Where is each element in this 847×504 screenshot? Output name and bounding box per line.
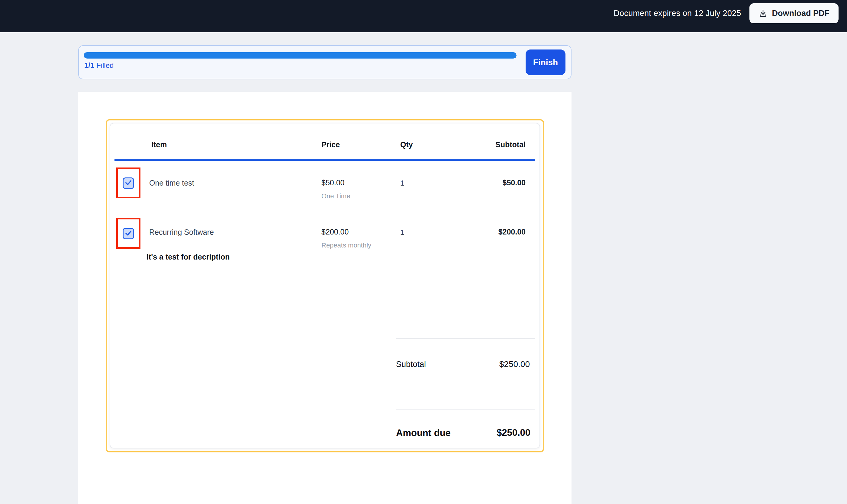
amount-due-divider bbox=[396, 409, 535, 410]
item-billing-note: One Time bbox=[322, 192, 350, 200]
item-qty: 1 bbox=[400, 179, 404, 187]
download-icon bbox=[759, 9, 767, 18]
progress-bar-fill bbox=[84, 52, 517, 58]
document-expiry-text: Document expires on 12 July 2025 bbox=[613, 9, 741, 18]
item-price: $50.00 bbox=[322, 178, 344, 187]
progress-card: 1/1 Filled Finish bbox=[78, 45, 571, 79]
checkmark-icon bbox=[124, 178, 133, 188]
item-checkbox[interactable] bbox=[123, 178, 134, 189]
pricing-table-card: Item Price Qty Subtotal One time test $5… bbox=[110, 123, 540, 448]
download-pdf-label: Download PDF bbox=[772, 9, 830, 18]
subtotal-value: $250.00 bbox=[499, 359, 530, 369]
progress-bar bbox=[84, 52, 517, 58]
checkmark-icon bbox=[124, 229, 133, 238]
subtotal-label: Subtotal bbox=[396, 360, 426, 369]
fields-filled-count: 1/1 bbox=[84, 61, 94, 69]
item-qty: 1 bbox=[400, 228, 404, 237]
column-header-qty: Qty bbox=[400, 140, 413, 149]
column-header-item: Item bbox=[151, 140, 167, 149]
fields-filled-text: Filled bbox=[97, 61, 114, 69]
column-header-price: Price bbox=[322, 140, 340, 149]
amount-due-label: Amount due bbox=[396, 428, 451, 438]
document-page: Item Price Qty Subtotal One time test $5… bbox=[78, 92, 571, 504]
item-subtotal: $50.00 bbox=[503, 178, 525, 187]
item-billing-note: Repeats monthly bbox=[322, 241, 371, 249]
finish-button[interactable]: Finish bbox=[525, 50, 566, 75]
topbar: Document expires on 12 July 2025 Downloa… bbox=[0, 0, 847, 32]
item-subtotal: $200.00 bbox=[498, 228, 525, 236]
fields-filled-status: 1/1 Filled bbox=[84, 61, 114, 70]
item-name: One time test bbox=[149, 179, 194, 187]
totals-divider bbox=[396, 338, 535, 339]
column-header-subtotal: Subtotal bbox=[496, 140, 525, 149]
item-price: $200.00 bbox=[322, 228, 349, 236]
amount-due-value: $250.00 bbox=[497, 427, 531, 438]
item-name: Recurring Software bbox=[149, 228, 214, 237]
item-checkbox[interactable] bbox=[123, 228, 134, 239]
item-description: It's a test for decription bbox=[146, 253, 229, 262]
pricing-table-highlight: Item Price Qty Subtotal One time test $5… bbox=[106, 119, 544, 452]
download-pdf-button[interactable]: Download PDF bbox=[749, 3, 839, 23]
table-header-divider bbox=[115, 159, 535, 161]
